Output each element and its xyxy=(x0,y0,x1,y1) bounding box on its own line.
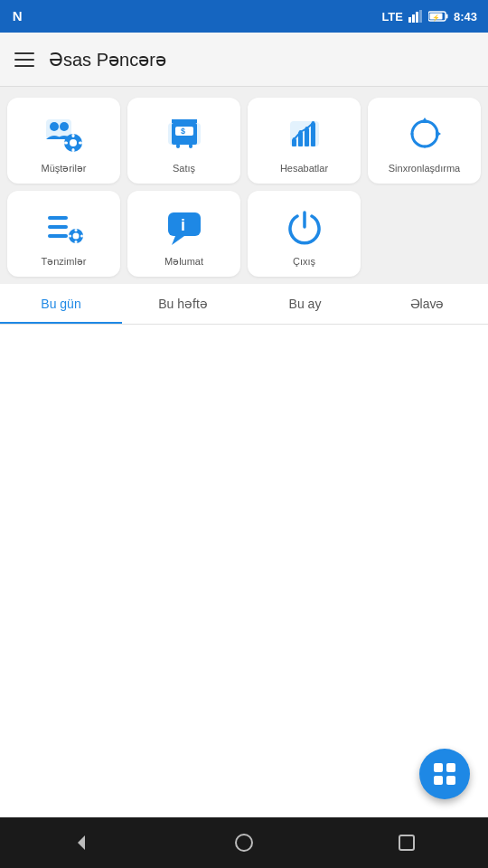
svg-text:i: i xyxy=(181,216,185,234)
settings-icon xyxy=(41,203,88,250)
svg-point-10 xyxy=(50,122,59,131)
svg-rect-54 xyxy=(399,835,414,850)
svg-rect-44 xyxy=(80,235,83,238)
svg-point-33 xyxy=(311,121,314,125)
grid-item-cixis[interactable]: Çıxış xyxy=(248,191,361,277)
main-content: Bu gün Bu həftə Bu ay Əlavə xyxy=(0,284,488,817)
grid-item-musteriler[interactable]: Müştərilər xyxy=(7,98,120,184)
svg-rect-17 xyxy=(79,142,82,145)
grid-item-tanzimler[interactable]: Tənzimlər xyxy=(7,191,120,277)
fab-button[interactable] xyxy=(419,749,470,799)
power-icon xyxy=(281,203,328,250)
home-icon xyxy=(233,832,255,854)
svg-rect-28 xyxy=(305,128,309,146)
tab-elave[interactable]: Əlavə xyxy=(366,284,488,324)
svg-point-30 xyxy=(292,137,296,141)
grid-item-hesabatlar[interactable]: Hesabatlar xyxy=(248,98,361,184)
info-icon: i xyxy=(161,203,208,250)
svg-point-13 xyxy=(70,139,77,146)
bottom-nav xyxy=(0,817,488,868)
svg-rect-49 xyxy=(446,763,455,772)
svg-rect-50 xyxy=(434,776,443,785)
header: Əsas Pəncərə xyxy=(0,33,488,87)
tab-buay[interactable]: Bu ay xyxy=(244,284,366,324)
back-icon xyxy=(70,832,92,854)
svg-rect-23 xyxy=(176,144,180,148)
n-logo-icon: N xyxy=(11,7,29,25)
hesabatlar-label: Hesabatlar xyxy=(280,163,328,175)
svg-text:N: N xyxy=(13,8,23,24)
signal-icon xyxy=(408,10,423,23)
svg-text:$: $ xyxy=(181,127,185,136)
svg-rect-51 xyxy=(446,776,455,785)
svg-rect-6 xyxy=(446,14,447,19)
tab-bugun[interactable]: Bu gün xyxy=(0,284,122,324)
tanzimler-label: Tənzimlər xyxy=(41,256,86,268)
svg-point-32 xyxy=(305,127,308,130)
svg-rect-38 xyxy=(48,234,68,238)
sync-icon xyxy=(401,110,448,157)
svg-rect-14 xyxy=(71,134,74,137)
network-type: LTE xyxy=(381,10,403,24)
tabs: Bu gün Bu həftə Bu ay Əlavə xyxy=(0,284,488,325)
svg-point-53 xyxy=(236,835,252,851)
status-bar-right: LTE ⚡ 8:43 xyxy=(381,10,477,24)
page-title: Əsas Pəncərə xyxy=(49,49,166,71)
grid-row1: Müştərilər $ xyxy=(7,98,481,184)
empty-cell xyxy=(368,191,481,277)
grid-item-melumat[interactable]: i Məlumat xyxy=(127,191,240,277)
melumat-label: Məlumat xyxy=(164,256,203,268)
svg-rect-36 xyxy=(48,216,68,220)
battery-icon: ⚡ xyxy=(428,11,448,22)
svg-point-31 xyxy=(298,130,302,134)
svg-rect-29 xyxy=(311,123,315,146)
grid-item-satis[interactable]: $ Satış xyxy=(127,98,240,184)
home-button[interactable] xyxy=(217,817,271,868)
svg-rect-42 xyxy=(74,241,77,243)
svg-rect-16 xyxy=(64,142,68,145)
tab-buhefta[interactable]: Bu həftə xyxy=(122,284,244,324)
fab-grid-icon xyxy=(432,761,457,787)
svg-rect-4 xyxy=(419,10,422,23)
svg-rect-15 xyxy=(71,148,74,152)
svg-text:⚡: ⚡ xyxy=(432,14,440,22)
time-display: 8:43 xyxy=(454,10,477,24)
svg-point-40 xyxy=(72,233,79,240)
tab-content xyxy=(0,325,488,817)
svg-rect-41 xyxy=(74,229,77,231)
grid-area: Müştərilər $ xyxy=(0,87,488,284)
svg-rect-3 xyxy=(416,12,418,23)
svg-rect-48 xyxy=(434,763,443,772)
status-bar-left: N xyxy=(11,7,29,25)
svg-rect-43 xyxy=(69,235,71,238)
svg-marker-52 xyxy=(78,835,85,850)
svg-rect-1 xyxy=(408,17,411,23)
recents-icon xyxy=(396,832,418,854)
svg-rect-2 xyxy=(412,14,415,23)
recents-button[interactable] xyxy=(380,817,434,868)
svg-marker-46 xyxy=(172,236,184,245)
customers-icon xyxy=(41,110,88,157)
back-button[interactable] xyxy=(54,817,108,868)
status-bar: N LTE ⚡ 8:43 xyxy=(0,0,488,33)
menu-button[interactable] xyxy=(14,52,34,67)
svg-rect-37 xyxy=(48,225,68,229)
svg-rect-24 xyxy=(189,144,192,148)
musteriler-label: Müştərilər xyxy=(41,163,86,175)
sinxronlasdirma-label: Sinxronlaşdırma xyxy=(389,163,460,175)
svg-point-11 xyxy=(60,122,69,131)
reports-icon xyxy=(281,110,328,157)
cixis-label: Çıxış xyxy=(293,256,315,268)
satis-label: Satış xyxy=(173,163,195,175)
sales-icon: $ xyxy=(161,110,208,157)
grid-row2: Tənzimlər i Məlumat xyxy=(7,191,481,277)
grid-item-sinxronlasdirma[interactable]: Sinxronlaşdırma xyxy=(368,98,481,184)
